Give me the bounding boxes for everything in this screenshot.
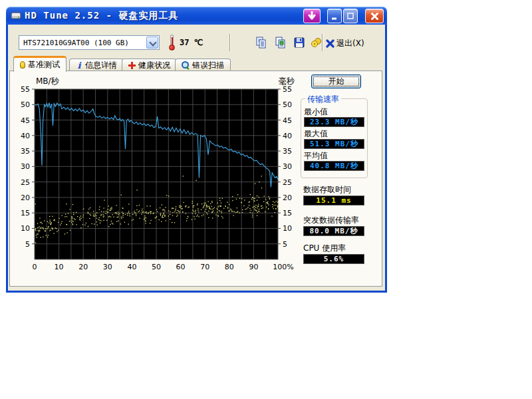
burst-rate-lcd: 80.0 MB/秒 xyxy=(303,226,364,236)
titlebar[interactable]: HD Tune 2.52 - 硬盘实用工具 xyxy=(6,7,387,25)
close-icon xyxy=(370,11,380,21)
svg-text:30: 30 xyxy=(283,162,292,171)
svg-text:MB/秒: MB/秒 xyxy=(36,76,59,86)
svg-text:20: 20 xyxy=(21,194,30,202)
svg-text:10: 10 xyxy=(55,263,64,271)
copy-text-button[interactable] xyxy=(253,35,269,51)
transfer-rate-group: 传输速率 最小值 23.3 MB/秒 最大值 51.3 MB/秒 平均值 40.… xyxy=(301,98,368,178)
svg-text:40: 40 xyxy=(21,132,30,140)
minimize-icon xyxy=(330,11,339,21)
svg-text:35: 35 xyxy=(21,147,30,156)
svg-text:50: 50 xyxy=(283,100,292,109)
tab-label: 健康状况 xyxy=(138,60,170,71)
max-label: 最大值 xyxy=(304,128,328,140)
benchmark-tab-page: 5510101515202025253030353540404545505055… xyxy=(9,70,382,287)
svg-text:100%: 100% xyxy=(273,263,293,271)
svg-text:30: 30 xyxy=(21,162,30,171)
thermometer-icon xyxy=(168,35,176,51)
tab-benchmark[interactable]: 基准测试 xyxy=(13,56,66,72)
svg-text:20: 20 xyxy=(283,194,292,202)
harddrive-icon xyxy=(11,11,21,21)
info-icon xyxy=(76,61,82,70)
svg-text:80: 80 xyxy=(225,263,234,271)
window-body: HTS721010G9AT00 (100 GB) 37 ℃ xyxy=(6,25,387,293)
lightbulb-icon xyxy=(20,61,25,68)
download-button[interactable] xyxy=(303,9,321,23)
group-title: 传输速率 xyxy=(305,94,341,105)
window-title: HD Tune 2.52 - 硬盘实用工具 xyxy=(25,10,178,22)
min-label: 最小值 xyxy=(304,106,328,118)
health-cross-icon xyxy=(128,62,136,69)
copy-image-button[interactable] xyxy=(273,35,289,51)
svg-text:25: 25 xyxy=(283,178,292,187)
access-time-label: 数据存取时间 xyxy=(303,184,351,196)
burst-rate-label: 突发数据传输率 xyxy=(303,215,359,226)
access-time-lcd: 15.1 ms xyxy=(303,196,364,205)
maximize-icon xyxy=(346,11,355,21)
start-button[interactable]: 开始 xyxy=(311,74,361,88)
svg-text:40: 40 xyxy=(127,263,136,271)
chevron-down-icon[interactable] xyxy=(146,37,158,49)
svg-text:25: 25 xyxy=(21,178,30,187)
drive-select[interactable]: HTS721010G9AT00 (100 GB) xyxy=(19,35,160,50)
tab-info[interactable]: 信息详情 xyxy=(69,59,124,71)
tab-label: 信息详情 xyxy=(85,60,117,71)
save-icon xyxy=(293,36,306,49)
svg-text:10: 10 xyxy=(21,224,30,233)
svg-text:30: 30 xyxy=(103,263,112,271)
cpu-usage-lcd: 5.6% xyxy=(303,254,364,264)
tab-label: 错误扫描 xyxy=(192,60,224,71)
svg-text:40: 40 xyxy=(283,132,292,140)
copy-image-icon xyxy=(274,36,287,49)
temperature-readout: 37 ℃ xyxy=(180,38,203,47)
svg-text:70: 70 xyxy=(200,263,209,271)
tab-label: 基准测试 xyxy=(28,59,60,70)
tab-health[interactable]: 健康状况 xyxy=(122,59,177,71)
svg-text:5: 5 xyxy=(283,240,287,249)
maximize-button[interactable] xyxy=(343,9,358,23)
exit-x-icon xyxy=(326,39,334,48)
hd-tune-window: HD Tune 2.52 - 硬盘实用工具 HTS721010G9AT00 (1… xyxy=(6,7,387,293)
svg-text:55: 55 xyxy=(21,85,30,94)
close-button[interactable] xyxy=(365,9,384,23)
svg-text:45: 45 xyxy=(283,116,292,125)
drive-select-value: HTS721010G9AT00 (100 GB) xyxy=(19,39,146,47)
svg-text:45: 45 xyxy=(21,116,30,125)
svg-text:15: 15 xyxy=(21,209,30,217)
save-button[interactable] xyxy=(291,35,307,51)
svg-text:50: 50 xyxy=(21,100,30,109)
svg-text:5: 5 xyxy=(25,240,30,249)
benchmark-chart: 5510101515202025253030353540404545505055… xyxy=(13,74,296,271)
avg-value-lcd: 40.8 MB/秒 xyxy=(304,161,364,171)
svg-text:0: 0 xyxy=(33,263,37,271)
coins-icon xyxy=(310,36,323,49)
toolbar-separator xyxy=(229,34,231,51)
avg-label: 平均值 xyxy=(304,150,328,162)
minimize-button[interactable] xyxy=(327,9,342,23)
download-arrow-icon xyxy=(307,11,317,21)
svg-text:35: 35 xyxy=(283,147,292,156)
svg-text:10: 10 xyxy=(283,224,292,233)
exit-label: 退出(X) xyxy=(336,38,364,49)
svg-text:90: 90 xyxy=(249,263,258,271)
magnifier-icon xyxy=(182,61,190,69)
svg-text:20: 20 xyxy=(78,263,88,271)
copy-icon xyxy=(255,36,268,49)
min-value-lcd: 23.3 MB/秒 xyxy=(304,117,364,127)
toolbar-separator xyxy=(322,34,323,51)
max-value-lcd: 51.3 MB/秒 xyxy=(304,139,364,149)
svg-text:55: 55 xyxy=(283,85,292,94)
svg-text:60: 60 xyxy=(176,263,186,271)
svg-text:毫秒: 毫秒 xyxy=(279,76,295,86)
svg-text:50: 50 xyxy=(152,263,161,271)
svg-text:15: 15 xyxy=(283,209,292,217)
exit-button[interactable]: 退出(X) xyxy=(326,36,364,51)
tab-error-scan[interactable]: 错误扫描 xyxy=(175,59,231,71)
cpu-usage-label: CPU 使用率 xyxy=(303,243,346,254)
